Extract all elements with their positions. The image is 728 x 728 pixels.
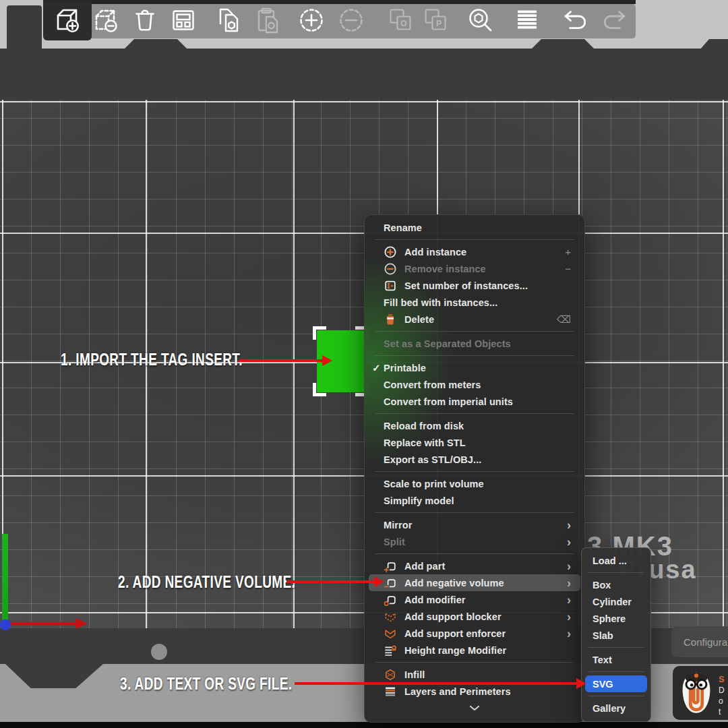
bed-frame-dot	[151, 644, 167, 660]
menu-item-export-as-stl-obj[interactable]: Export as STL/OBJ...	[369, 451, 580, 468]
split-to-parts-icon: P	[421, 5, 450, 38]
paste-icon	[253, 5, 283, 38]
menu-item-split: Split›	[369, 533, 580, 550]
menu-item-fill-bed-with-instances[interactable]: Fill bed with instances...	[369, 294, 580, 311]
menu-item-reload-from-disk[interactable]: Reload from disk	[369, 417, 580, 434]
menu-item-height-range-modifier[interactable]: Height range Modifier	[369, 642, 580, 659]
menu-item-infill[interactable]: Infill	[369, 666, 580, 683]
menu-item-convert-from-imperial-units[interactable]: Convert from imperial units	[369, 393, 580, 410]
set-instances-icon	[384, 279, 397, 293]
checkmark-icon: ✓	[372, 362, 381, 374]
toolbar-undo-button[interactable]	[559, 6, 590, 37]
submenu-item-svg[interactable]: SVG	[585, 675, 647, 692]
toolbar-copy-button[interactable]	[214, 6, 245, 37]
scroll-down-icon[interactable]	[365, 705, 584, 712]
menu-item-layers-and-perimeters[interactable]: Layers and Perimeters	[369, 683, 580, 700]
toolbar-arrange-button[interactable]	[168, 6, 199, 37]
toolbar-add-instance-button[interactable]	[296, 6, 327, 37]
x-axis-arrowhead	[75, 618, 88, 629]
menu-separator	[375, 355, 574, 356]
submenu-item-box[interactable]: Box	[582, 576, 650, 593]
toolbar-split-to-objects-button: O	[385, 6, 416, 37]
menu-item-label: Add part	[404, 561, 445, 572]
submenu-item-label: Box	[593, 580, 611, 590]
annotation-step3: 3. ADD TEXT OR SVG FILE.	[120, 674, 292, 694]
toolbar-add-model-button[interactable]	[52, 6, 83, 37]
annotation-arrow-line	[295, 682, 577, 685]
menu-shortcut: −	[565, 263, 571, 274]
toolbar-variable-layer-height-button[interactable]	[512, 6, 543, 37]
delete-all-icon	[130, 5, 160, 38]
add-model-icon	[53, 5, 82, 38]
toolbar-split-to-parts-button: P	[420, 6, 451, 37]
submenu-item-text[interactable]: Text	[582, 651, 650, 668]
configuration-button[interactable]: Configura	[671, 626, 728, 657]
axis-origin-dot	[0, 619, 11, 630]
submenu-item-slab[interactable]: Slab	[582, 627, 650, 644]
submenu-item-load[interactable]: Load ...	[582, 552, 650, 569]
submenu-item-gallery[interactable]: Gallery	[582, 700, 650, 717]
prusaslicer-window: i3 MK3 Prusa OP RenameAdd instance+Remov…	[0, 0, 728, 728]
menu-item-add-support-blocker[interactable]: Add support blocker›	[369, 608, 580, 625]
bed-frame-tab	[700, 39, 728, 50]
toolbar-paste-button	[253, 6, 284, 37]
circle-plus-icon	[384, 245, 397, 259]
split-to-objects-icon: O	[386, 5, 415, 38]
bed-frame-tab	[530, 39, 595, 50]
menu-item-rename[interactable]: Rename	[369, 219, 580, 236]
menu-item-printable[interactable]: ✓Printable	[369, 359, 580, 376]
submenu-chevron-icon: ›	[567, 628, 571, 640]
configuration-button-label: Configura	[684, 636, 727, 648]
submenu-item-sphere[interactable]: Sphere	[582, 610, 650, 627]
menu-item-add-modifier[interactable]: Add modifier›	[369, 591, 580, 608]
bed-grid-major	[293, 100, 295, 628]
menu-shortcut: ⌫	[557, 313, 571, 326]
menu-separator	[375, 239, 574, 240]
menu-separator	[375, 553, 574, 554]
menu-item-label: Convert from meters	[384, 380, 481, 390]
selection-bracket	[313, 383, 326, 396]
menu-item-simplify-model[interactable]: Simplify model	[369, 492, 580, 509]
menu-item-add-support-enforcer[interactable]: Add support enforcer›	[369, 625, 580, 642]
menu-item-label: Printable	[384, 363, 426, 373]
toolbar-search-button[interactable]	[464, 6, 495, 37]
menu-shortcut: +	[565, 246, 571, 257]
menu-item-convert-from-meters[interactable]: Convert from meters	[369, 376, 580, 393]
submenu-chevron-icon: ›	[567, 536, 571, 548]
menu-separator	[375, 512, 574, 513]
menu-item-replace-with-stl[interactable]: Replace with STL	[369, 434, 580, 451]
submenu-item-cylinder[interactable]: Cylinder	[582, 593, 650, 610]
menu-item-label: Delete	[404, 314, 434, 325]
menu-item-remove-instance: Remove instance−	[369, 260, 580, 277]
x-axis-arrow	[7, 622, 77, 626]
menu-item-add-part[interactable]: Add part›	[369, 557, 580, 574]
menu-item-label: Add negative volume	[404, 578, 504, 588]
bed-frame-tab	[123, 39, 188, 50]
add-instance-icon	[297, 5, 326, 38]
menu-item-mirror[interactable]: Mirror›	[369, 516, 580, 533]
submenu-chevron-icon: ›	[567, 577, 571, 589]
menu-separator	[588, 572, 644, 573]
menu-separator	[588, 671, 644, 672]
submenu-item-label: Gallery	[593, 703, 626, 714]
menu-item-delete[interactable]: Delete⌫	[369, 311, 580, 328]
menu-item-set-number-of-instances[interactable]: Set number of instances...	[369, 277, 580, 294]
toolbar-remove-model-button[interactable]	[91, 6, 122, 37]
menu-item-add-instance[interactable]: Add instance+	[369, 243, 580, 260]
submenu-item-label: SVG	[593, 679, 613, 690]
submenu-item-label: Slab	[593, 630, 613, 641]
menu-item-label: Split	[384, 537, 405, 547]
menu-item-add-negative-volume[interactable]: Add negative volume›	[369, 574, 580, 591]
variable-layer-height-icon	[512, 5, 542, 38]
menu-item-label: Add support blocker	[404, 611, 502, 622]
menu-item-label: Set number of instances...	[404, 280, 528, 291]
menu-item-label: Infill	[404, 669, 425, 680]
undo-icon	[560, 5, 590, 38]
menu-item-label: Add instance	[404, 247, 466, 257]
toolbar-delete-all-button[interactable]	[129, 6, 160, 37]
menu-item-scale-to-print-volume[interactable]: Scale to print volume	[369, 475, 580, 492]
annotation-arrowhead	[374, 576, 384, 587]
toolbar: OP	[46, 4, 636, 38]
submenu-chevron-icon: ›	[567, 519, 571, 531]
hint-text: S D o t	[719, 670, 725, 716]
